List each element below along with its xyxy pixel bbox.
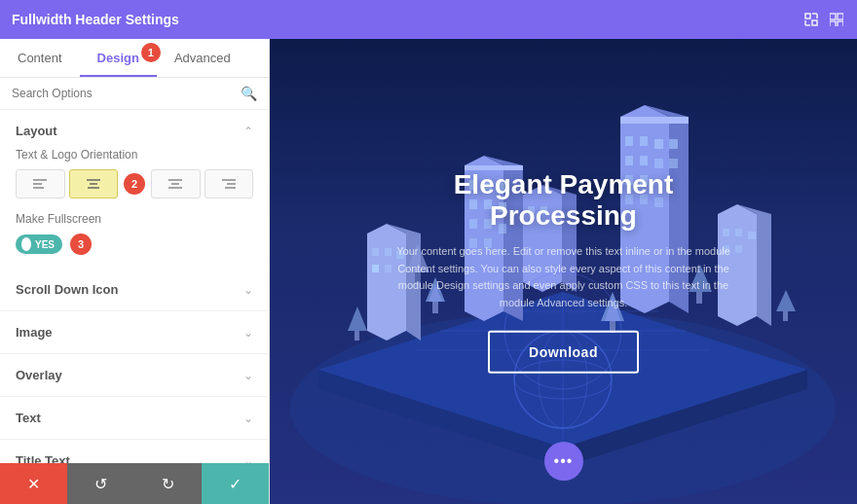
svg-rect-52	[654, 139, 663, 149]
section-overlay: Overlay ⌄	[0, 354, 269, 397]
section-title-image: Image	[16, 325, 53, 340]
svg-rect-68	[372, 265, 379, 272]
app-header: Fullwidth Header Settings	[0, 0, 857, 39]
download-button[interactable]: Download	[488, 331, 639, 374]
tab-design[interactable]: Design 1	[80, 39, 157, 77]
header-icons	[802, 11, 845, 28]
layout-section-header[interactable]: Layout ⌃	[16, 110, 253, 148]
left-panel: Content Design 1 Advanced 🔍 Layout ⌃ Tex…	[0, 39, 270, 504]
svg-rect-74	[748, 232, 756, 239]
dot-menu-button[interactable]: •••	[544, 442, 583, 481]
city-scene: Elegant Payment Processing Your content …	[270, 39, 857, 504]
svg-marker-87	[348, 306, 367, 331]
search-input[interactable]	[12, 87, 241, 100]
content-overlay: Elegant Payment Processing Your content …	[389, 169, 739, 374]
bottom-toolbar: ✕ ↺ ↻ ✓	[0, 463, 269, 504]
section-title-scroll-down: Scroll Down Icon	[16, 282, 118, 297]
orient-btn-center2[interactable]	[151, 169, 201, 198]
svg-rect-50	[625, 136, 633, 146]
layout-section-title: Layout	[16, 124, 57, 138]
section-scroll-down-icon: Scroll Down Icon ⌄	[0, 269, 269, 311]
section-header-text[interactable]: Text ⌄	[0, 397, 269, 439]
tabs-bar: Content Design 1 Advanced	[0, 39, 269, 78]
section-chevron-image: ⌄	[243, 326, 253, 340]
section-title-title-text: Title Text	[16, 453, 70, 463]
fullscreen-row: YES 3	[16, 234, 253, 255]
fullscreen-label: Make Fullscreen	[16, 212, 253, 226]
svg-rect-9	[838, 21, 843, 26]
section-image: Image ⌄	[0, 311, 269, 354]
svg-rect-88	[354, 331, 359, 341]
svg-marker-91	[776, 290, 796, 311]
expand-icon[interactable]	[802, 11, 820, 28]
redo-button[interactable]: ↻	[134, 463, 202, 504]
svg-rect-53	[669, 139, 678, 149]
tab-content[interactable]: Content	[0, 39, 80, 77]
badge-2: 2	[124, 173, 145, 195]
main-layout: Content Design 1 Advanced 🔍 Layout ⌃ Tex…	[0, 39, 857, 504]
badge-3: 3	[70, 234, 92, 255]
section-chevron-text: ⌄	[243, 412, 253, 425]
app-header-title: Fullwidth Header Settings	[12, 12, 179, 27]
svg-rect-57	[669, 159, 678, 168]
cancel-button[interactable]: ✕	[0, 463, 67, 504]
section-title-overlay: Overlay	[16, 368, 62, 382]
section-header-overlay[interactable]: Overlay ⌄	[0, 354, 269, 396]
toggle-label: YES	[35, 239, 55, 250]
section-header-scroll-down[interactable]: Scroll Down Icon ⌄	[0, 269, 269, 310]
svg-rect-65	[372, 248, 379, 256]
orient-btn-left[interactable]	[16, 169, 65, 198]
undo-button[interactable]: ↺	[67, 463, 134, 504]
search-bar: 🔍	[0, 78, 269, 110]
svg-rect-1	[812, 20, 817, 25]
svg-rect-7	[838, 14, 843, 19]
svg-rect-54	[625, 156, 633, 165]
tab-advanced[interactable]: Advanced	[157, 39, 248, 77]
orient-btn-center[interactable]	[69, 169, 119, 198]
svg-rect-55	[640, 156, 648, 165]
svg-marker-49	[620, 117, 689, 124]
svg-rect-8	[830, 21, 836, 26]
right-panel: Elegant Payment Processing Your content …	[270, 39, 857, 504]
svg-rect-0	[805, 14, 810, 18]
orientation-buttons: 2	[16, 169, 253, 198]
svg-rect-51	[640, 136, 648, 146]
svg-rect-92	[783, 311, 788, 321]
save-button[interactable]: ✓	[202, 463, 269, 504]
layout-section: Layout ⌃ Text & Logo Orientation 2	[0, 110, 269, 269]
section-title-text: Text	[16, 411, 41, 425]
svg-rect-6	[830, 14, 836, 19]
section-title-text: Title Text ⌄	[0, 440, 269, 463]
panel-content: Layout ⌃ Text & Logo Orientation 2	[0, 110, 269, 463]
preview-title: Elegant Payment Processing	[389, 169, 739, 232]
section-chevron-scroll-down: ⌄	[243, 283, 253, 297]
section-text: Text ⌄	[0, 397, 269, 440]
fullscreen-toggle[interactable]: YES	[16, 234, 62, 254]
section-chevron-title-text: ⌄	[243, 454, 253, 464]
section-header-title-text[interactable]: Title Text ⌄	[0, 440, 269, 463]
orientation-label: Text & Logo Orientation	[16, 148, 253, 162]
section-header-image[interactable]: Image ⌄	[0, 311, 269, 353]
toggle-circle	[21, 237, 31, 251]
layout-collapse-icon[interactable]: ⌃	[243, 125, 253, 138]
search-icon: 🔍	[241, 86, 257, 101]
orient-btn-right[interactable]	[205, 169, 254, 198]
menu-icon[interactable]	[828, 11, 845, 28]
section-chevron-overlay: ⌄	[243, 369, 253, 382]
preview-body: Your content goes here. Edit or remove t…	[389, 243, 739, 311]
svg-rect-56	[654, 159, 663, 168]
